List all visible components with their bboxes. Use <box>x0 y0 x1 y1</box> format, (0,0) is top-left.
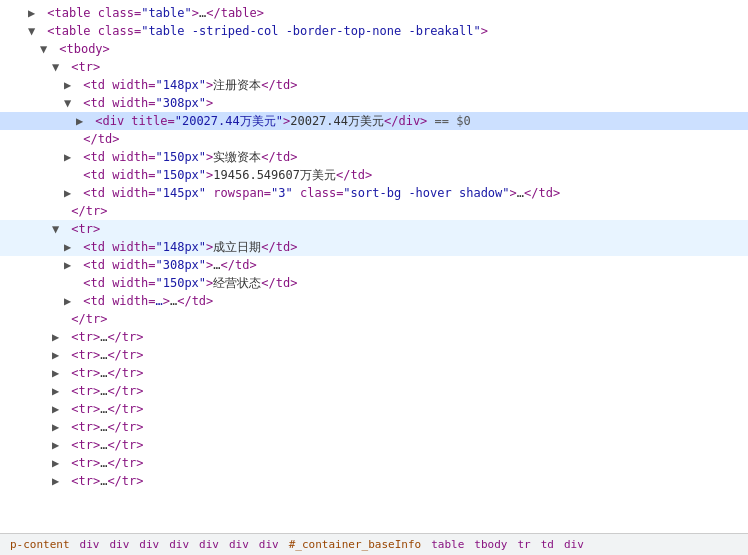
tree-toggle[interactable]: ▶ <box>64 186 76 200</box>
tree-line[interactable]: </tr> <box>0 202 748 220</box>
crumb-label: div <box>169 538 189 551</box>
breadcrumb-bar: p-content div div div div div div div #_… <box>0 533 748 555</box>
tree-line[interactable]: ▶ <tr>…</tr> <box>0 382 748 400</box>
indent-space <box>40 150 52 164</box>
tree-line[interactable]: <td width="150px">19456.549607万美元</td> <box>0 166 748 184</box>
indent-space <box>40 96 52 110</box>
breadcrumb-item[interactable]: tr <box>513 537 534 552</box>
tree-toggle[interactable]: ▼ <box>64 96 76 110</box>
tree-toggle[interactable]: ▶ <box>52 456 64 470</box>
indent-space <box>16 420 28 434</box>
indent-space <box>40 420 52 434</box>
tree-line[interactable]: ▶ <tr>…</tr> <box>0 364 748 382</box>
tree-line[interactable]: ▶ <tr>…</tr> <box>0 400 748 418</box>
tree-toggle[interactable]: ▶ <box>64 150 76 164</box>
tree-line[interactable]: ▶ <td width="145px" rowspan="3" class="s… <box>0 184 748 202</box>
tree-line[interactable]: ▶ <td width="148px">注册资本</td> <box>0 76 748 94</box>
tree-toggle[interactable]: ▼ <box>28 24 40 38</box>
crumb-label: div <box>199 538 219 551</box>
tree-line[interactable]: ▶ <tr>…</tr> <box>0 436 748 454</box>
breadcrumb-item[interactable]: div <box>105 537 133 552</box>
tree-line[interactable]: </td> <box>0 130 748 148</box>
tree-toggle[interactable]: ▶ <box>28 6 40 20</box>
tree-toggle[interactable]: ▶ <box>52 348 64 362</box>
breadcrumb-item[interactable]: div <box>195 537 223 552</box>
dom-tree[interactable]: ▶ <table class="table">…</table> ▼ <tabl… <box>0 0 748 533</box>
indent-space <box>4 204 16 218</box>
tree-line[interactable]: ▼ <tbody> <box>0 40 748 58</box>
breadcrumb-item[interactable]: div <box>165 537 193 552</box>
crumb-label: #_container_baseInfo <box>289 538 421 551</box>
indent-space <box>52 276 64 290</box>
tree-content: </tr> <box>64 312 107 326</box>
indent-space <box>16 150 28 164</box>
tree-line[interactable]: ▶ <tr>…</tr> <box>0 472 748 490</box>
tree-toggle[interactable]: ▶ <box>52 438 64 452</box>
breadcrumb-item[interactable]: table <box>427 537 468 552</box>
tree-line[interactable]: ▶ <tr>…</tr> <box>0 328 748 346</box>
breadcrumb-item[interactable]: tbody <box>470 537 511 552</box>
indent-space <box>28 150 40 164</box>
tree-toggle[interactable]: ▶ <box>76 114 88 128</box>
tree-toggle[interactable]: ▶ <box>64 240 76 254</box>
tree-line[interactable]: ▶ <tr>…</tr> <box>0 346 748 364</box>
tree-toggle[interactable]: ▶ <box>52 474 64 488</box>
tree-toggle[interactable]: ▶ <box>52 384 64 398</box>
tree-line[interactable]: </tr> <box>0 310 748 328</box>
tree-line[interactable]: ▶ <div title="20027.44万美元">20027.44万美元</… <box>0 112 748 130</box>
tree-line[interactable]: ▶ <td width="308px">…</td> <box>0 256 748 274</box>
breadcrumb-item[interactable]: div <box>255 537 283 552</box>
tree-line[interactable]: ▶ <td width="148px">成立日期</td> <box>0 238 748 256</box>
breadcrumb-item[interactable]: td <box>537 537 558 552</box>
tree-toggle[interactable]: ▼ <box>52 222 64 236</box>
tree-line[interactable]: ▼ <table class="table -striped-col -bord… <box>0 22 748 40</box>
breadcrumb-item[interactable]: #_container_baseInfo <box>285 537 425 552</box>
tree-content: <td width="308px"> <box>76 96 213 110</box>
indent-space <box>4 474 16 488</box>
tree-line[interactable]: <td width="150px">经营状态</td> <box>0 274 748 292</box>
tree-line[interactable]: ▶ <td width="150px">实缴资本</td> <box>0 148 748 166</box>
tree-line[interactable]: ▶ <tr>…</tr> <box>0 454 748 472</box>
tree-content: <td width="148px">注册资本</td> <box>76 77 297 94</box>
tree-toggle[interactable]: ▼ <box>52 60 64 74</box>
indent-space <box>40 114 52 128</box>
indent-space <box>4 60 16 74</box>
tree-content: <tr>…</tr> <box>64 438 144 452</box>
tree-toggle[interactable]: ▶ <box>64 78 76 92</box>
indent-space <box>4 420 16 434</box>
no-toggle <box>52 204 64 218</box>
indent-space <box>28 42 40 56</box>
indent-space <box>64 114 76 128</box>
indent-space <box>28 330 40 344</box>
tree-toggle[interactable]: ▼ <box>40 42 52 56</box>
indent-space <box>40 402 52 416</box>
tree-toggle[interactable]: ▶ <box>64 294 76 308</box>
crumb-label: div <box>259 538 279 551</box>
tree-line[interactable]: ▶ <td width=…>…</td> <box>0 292 748 310</box>
tree-line[interactable]: ▼ <tr> <box>0 58 748 76</box>
indent-space <box>52 96 64 110</box>
breadcrumb-item[interactable]: p-content <box>6 537 74 552</box>
tree-line[interactable]: ▶ <tr>…</tr> <box>0 418 748 436</box>
breadcrumb-item[interactable]: div <box>560 537 588 552</box>
indent-space <box>40 222 52 236</box>
tree-line[interactable]: ▶ <table class="table">…</table> <box>0 4 748 22</box>
tree-content: <td width="150px">19456.549607万美元</td> <box>76 167 372 184</box>
breadcrumb-item[interactable]: div <box>76 537 104 552</box>
tree-content: </tr> <box>64 204 107 218</box>
tree-toggle[interactable]: ▶ <box>52 420 64 434</box>
no-toggle <box>52 312 64 326</box>
tree-toggle[interactable]: ▶ <box>52 366 64 380</box>
crumb-label: p-content <box>10 538 70 551</box>
breadcrumb-item[interactable]: div <box>135 537 163 552</box>
tree-toggle[interactable]: ▶ <box>52 330 64 344</box>
indent-space <box>40 60 52 74</box>
tree-line[interactable]: ▼ <td width="308px"> <box>0 94 748 112</box>
indent-space <box>40 132 52 146</box>
indent-space <box>4 330 16 344</box>
tree-toggle[interactable]: ▶ <box>52 402 64 416</box>
breadcrumb-item[interactable]: div <box>225 537 253 552</box>
tree-toggle[interactable]: ▶ <box>64 258 76 272</box>
tree-line[interactable]: ▼ <tr> <box>0 220 748 238</box>
indent-space <box>4 456 16 470</box>
